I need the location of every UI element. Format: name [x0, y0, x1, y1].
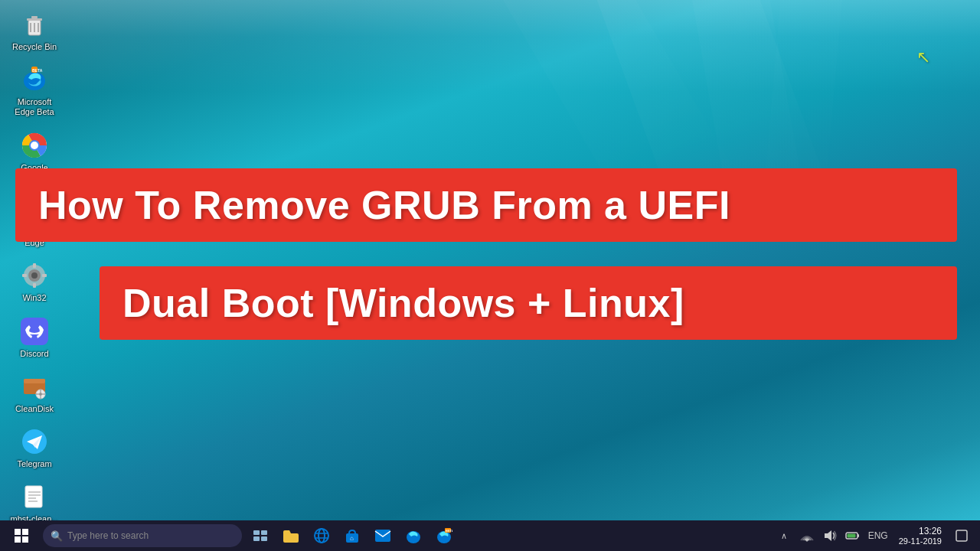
taskbar-file-explorer[interactable] [276, 520, 306, 551]
ms-edge-beta-icon: BETA [19, 64, 50, 95]
recycle-bin-label: Recycle Bin [12, 42, 57, 52]
win32-label: Win32 [22, 293, 46, 303]
desktop-icon-discord[interactable]: Discord [4, 313, 65, 362]
task-view-button[interactable] [245, 520, 276, 551]
system-tray: ∧ ENG [773, 520, 977, 551]
svg-text:BETA: BETA [446, 529, 452, 533]
desktop-icons-container: Recycle Bin BETA Microsoft Edge Beta [0, 0, 69, 520]
svg-rect-30 [25, 486, 42, 507]
svg-point-21 [30, 329, 33, 332]
mbst-clean-label: mbst-clean... [11, 514, 59, 520]
win32-icon [19, 260, 50, 291]
video-title-banner-2: Dual Boot [Windows + Linux] [100, 266, 957, 340]
svg-text:⌂: ⌂ [350, 535, 354, 542]
start-button[interactable] [3, 520, 40, 551]
taskbar-mail[interactable] [368, 520, 398, 551]
svg-rect-44 [283, 533, 299, 543]
svg-point-45 [315, 529, 328, 543]
telegram-label: Telegram [17, 459, 51, 469]
svg-rect-16 [33, 263, 36, 268]
video-title-banner-1: How To Remove GRUB From a UEFI [15, 168, 957, 242]
svg-rect-40 [253, 530, 260, 535]
search-icon: 🔍 [51, 530, 63, 542]
desktop-icon-mbst-clean[interactable]: mbst-clean... [4, 478, 65, 520]
discord-label: Discord [20, 349, 48, 359]
ms-edge-beta-label: Microsoft Edge Beta [7, 97, 62, 117]
taskbar: 🔍 ⌂ [0, 520, 980, 551]
svg-rect-42 [253, 536, 260, 541]
cleandisk-icon [19, 371, 50, 402]
svg-marker-57 [825, 530, 831, 541]
svg-rect-17 [33, 283, 36, 288]
desktop-icon-recycle-bin[interactable]: Recycle Bin [4, 6, 65, 55]
video-title-line1: How To Remove GRUB From a UEFI [38, 183, 730, 227]
svg-point-56 [805, 540, 808, 542]
recycle-bin-icon [19, 9, 50, 40]
taskbar-store[interactable]: ⌂ [337, 520, 368, 551]
svg-rect-24 [24, 379, 45, 383]
tray-volume-icon[interactable] [819, 520, 841, 551]
tray-overflow-button[interactable]: ∧ [773, 520, 795, 551]
svg-rect-1 [27, 18, 42, 21]
tray-network-icon[interactable] [796, 520, 818, 551]
cleandisk-label: CleanDisk [15, 404, 54, 414]
discord-icon [19, 316, 50, 347]
notification-center-button[interactable] [949, 520, 974, 551]
taskbar-edge-beta[interactable]: BETA [429, 520, 459, 551]
svg-point-15 [31, 272, 38, 279]
svg-rect-43 [261, 536, 267, 541]
svg-text:BETA: BETA [32, 68, 43, 73]
svg-rect-60 [847, 534, 855, 538]
svg-rect-51 [375, 530, 390, 542]
video-title-line2: Dual Boot [Windows + Linux] [122, 281, 684, 325]
search-input[interactable] [67, 530, 220, 541]
desktop: ↖ Recycle Bin [0, 0, 980, 520]
tray-battery-icon[interactable] [842, 520, 864, 551]
svg-point-22 [36, 329, 39, 332]
desktop-icon-cleandisk[interactable]: CleanDisk [4, 368, 65, 417]
desktop-icon-win32[interactable]: Win32 [4, 257, 65, 306]
telegram-icon [19, 426, 50, 457]
svg-point-11 [31, 142, 38, 149]
svg-rect-2 [31, 16, 38, 18]
svg-rect-59 [858, 534, 859, 537]
tray-language-indicator[interactable]: ENG [865, 530, 891, 541]
taskbar-search[interactable]: 🔍 [43, 524, 242, 547]
svg-point-46 [318, 529, 325, 543]
google-chrome-icon [19, 130, 50, 161]
taskbar-ie[interactable] [306, 520, 337, 551]
windows-logo-icon [15, 529, 28, 543]
mbst-clean-icon [19, 481, 50, 512]
svg-rect-19 [42, 274, 47, 277]
clock-date: 29-11-2019 [899, 536, 942, 546]
taskbar-edge[interactable] [398, 520, 429, 551]
desktop-icon-ms-edge-beta[interactable]: BETA Microsoft Edge Beta [4, 61, 65, 120]
taskbar-clock[interactable]: 13:26 29-11-2019 [893, 526, 948, 546]
svg-rect-18 [22, 274, 27, 277]
clock-time: 13:26 [919, 526, 942, 536]
svg-rect-41 [261, 530, 267, 535]
svg-rect-20 [21, 318, 48, 345]
svg-rect-61 [956, 530, 967, 541]
desktop-icon-telegram[interactable]: Telegram [4, 423, 65, 472]
